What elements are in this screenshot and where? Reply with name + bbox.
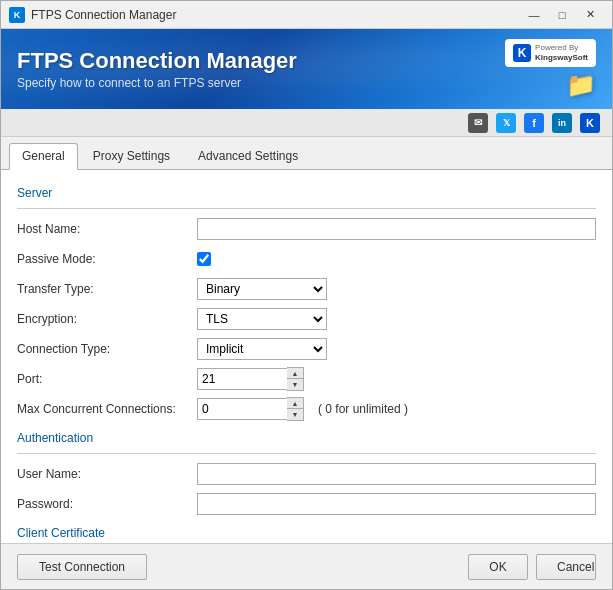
passive-mode-control [197,252,596,266]
header-title: FTPS Connection Manager [17,48,505,74]
folder-icon: 📁 [566,71,596,99]
passive-mode-label: Passive Mode: [17,252,197,266]
port-row: Port: ▲ ▼ [17,367,596,391]
max-connections-input[interactable] [197,398,287,420]
encryption-control: TLS SSL None [197,308,596,330]
passive-mode-checkbox[interactable] [197,252,211,266]
header-logo: K Powered By KingswaySoft 📁 [505,39,596,98]
username-control [197,463,596,485]
max-connections-label: Max Concurrent Connections: [17,402,197,416]
port-input[interactable] [197,368,287,390]
host-name-label: Host Name: [17,222,197,236]
main-window: K FTPS Connection Manager — □ ✕ FTPS Con… [0,0,613,590]
username-row: User Name: [17,462,596,486]
max-connections-row: Max Concurrent Connections: ▲ ▼ ( 0 for … [17,397,596,421]
title-bar-controls: — □ ✕ [520,5,604,25]
maximize-button[interactable]: □ [548,5,576,25]
social-bar: ✉ 𝕏 f in K [1,109,612,137]
password-label: Password: [17,497,197,511]
encryption-select[interactable]: TLS SSL None [197,308,327,330]
tab-proxy-settings[interactable]: Proxy Settings [80,143,183,169]
tab-advanced-settings[interactable]: Advanced Settings [185,143,311,169]
title-bar: K FTPS Connection Manager — □ ✕ [1,1,612,29]
port-control: ▲ ▼ [197,367,596,391]
footer: Test Connection OK Cancel [1,543,612,589]
port-spinner-arrows: ▲ ▼ [287,367,304,391]
email-social-icon[interactable]: ✉ [468,113,488,133]
username-input[interactable] [197,463,596,485]
connection-type-row: Connection Type: Implicit Explicit [17,337,596,361]
footer-left: Test Connection [17,554,147,580]
ok-button[interactable]: OK [468,554,528,580]
cancel-button[interactable]: Cancel [536,554,596,580]
header-text-area: FTPS Connection Manager Specify how to c… [17,48,505,90]
transfer-type-control: Binary ASCII Auto [197,278,596,300]
max-connections-control: ▲ ▼ ( 0 for unlimited ) [197,397,596,421]
powered-by-text: Powered By KingswaySoft [535,43,588,62]
max-connections-hint: ( 0 for unlimited ) [318,402,408,416]
connection-type-control: Implicit Explicit [197,338,596,360]
header-subtitle: Specify how to connect to an FTPS server [17,76,505,90]
connection-type-label: Connection Type: [17,342,197,356]
username-label: User Name: [17,467,197,481]
facebook-social-icon[interactable]: f [524,113,544,133]
port-spinner: ▲ ▼ [197,367,596,391]
server-divider [17,208,596,209]
kingsway-k-icon: K [513,44,531,62]
port-decrement-button[interactable]: ▼ [287,379,303,390]
footer-right: OK Cancel [468,554,596,580]
auth-divider [17,453,596,454]
powered-by-badge: K Powered By KingswaySoft [505,39,596,66]
max-connections-decrement-button[interactable]: ▼ [287,409,303,420]
kingsway-social-icon[interactable]: K [580,113,600,133]
minimize-button[interactable]: — [520,5,548,25]
tabs-container: General Proxy Settings Advanced Settings [1,137,612,170]
passive-mode-row: Passive Mode: [17,247,596,271]
port-label: Port: [17,372,197,386]
max-connections-spinner: ▲ ▼ [197,397,304,421]
app-icon: K [9,7,25,23]
connection-type-select[interactable]: Implicit Explicit [197,338,327,360]
auth-section-header: Authentication [17,431,596,445]
tab-content: Server Host Name: Passive Mode: Transfer… [1,170,612,543]
password-input[interactable] [197,493,596,515]
host-name-input[interactable] [197,218,596,240]
cert-section-header: Client Certificate [17,526,596,540]
window-title: FTPS Connection Manager [31,8,520,22]
transfer-type-select[interactable]: Binary ASCII Auto [197,278,327,300]
linkedin-social-icon[interactable]: in [552,113,572,133]
encryption-row: Encryption: TLS SSL None [17,307,596,331]
host-name-row: Host Name: [17,217,596,241]
password-control [197,493,596,515]
close-button[interactable]: ✕ [576,5,604,25]
transfer-type-row: Transfer Type: Binary ASCII Auto [17,277,596,301]
password-row: Password: [17,492,596,516]
app-header: FTPS Connection Manager Specify how to c… [1,29,612,109]
server-section-header: Server [17,186,596,200]
max-connections-increment-button[interactable]: ▲ [287,398,303,409]
tab-general[interactable]: General [9,143,78,170]
port-increment-button[interactable]: ▲ [287,368,303,379]
test-connection-button[interactable]: Test Connection [17,554,147,580]
max-connections-spinner-arrows: ▲ ▼ [287,397,304,421]
twitter-social-icon[interactable]: 𝕏 [496,113,516,133]
encryption-label: Encryption: [17,312,197,326]
host-name-control [197,218,596,240]
transfer-type-label: Transfer Type: [17,282,197,296]
